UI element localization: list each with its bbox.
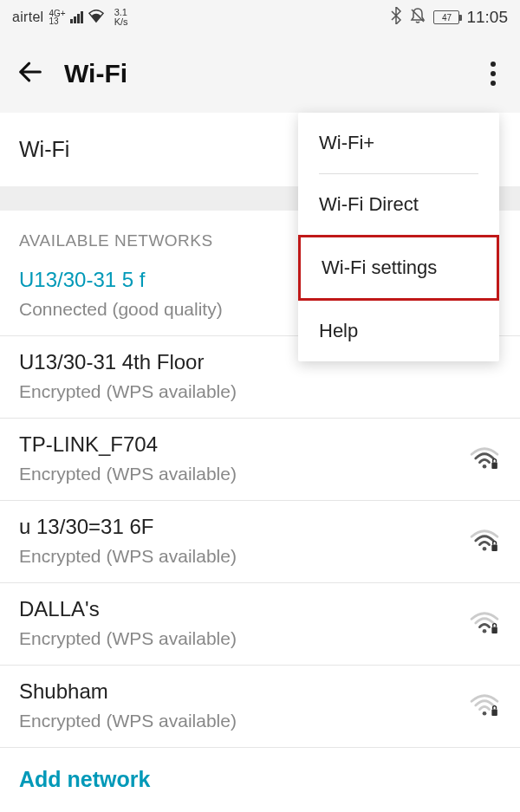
signal-indicator <box>470 693 501 718</box>
wifi-toggle-label: Wi-Fi <box>19 137 69 161</box>
menu-item-wi-fi-direct[interactable]: Wi-Fi Direct <box>298 174 499 235</box>
menu-item-wi-fi-settings[interactable]: Wi-Fi settings <box>298 235 499 301</box>
network-name: DALLA's <box>19 597 237 621</box>
network-name: Shubham <box>19 679 237 704</box>
wifi-signal-icon <box>470 693 499 716</box>
add-network-button[interactable]: Add network <box>0 748 520 811</box>
menu-item-help[interactable]: Help <box>298 301 499 361</box>
menu-item-wi-fi-[interactable]: Wi-Fi+ <box>298 113 499 173</box>
dnd-icon <box>409 7 426 28</box>
svg-point-7 <box>483 711 487 716</box>
network-speed: 3.1K/s <box>114 8 128 27</box>
network-subtitle: Encrypted (WPS available) <box>19 711 237 731</box>
status-right: 47 11:05 <box>390 7 508 28</box>
svg-rect-4 <box>491 545 497 551</box>
status-left: airtel 4G+13 3.1K/s <box>12 8 128 27</box>
battery-icon: 47 <box>433 10 459 24</box>
clock: 11:05 <box>466 8 508 27</box>
overflow-menu-button[interactable] <box>487 55 499 93</box>
wifi-signal-icon <box>470 529 499 551</box>
network-subtitle: Encrypted (WPS available) <box>19 546 237 567</box>
svg-point-1 <box>483 464 487 469</box>
carrier-label: airtel <box>12 10 43 25</box>
svg-point-5 <box>483 629 487 633</box>
page-title: Wi-Fi <box>64 59 127 88</box>
wifi-status-icon <box>87 8 106 27</box>
back-button[interactable] <box>16 57 45 90</box>
svg-rect-6 <box>491 627 497 633</box>
signal-bars-icon <box>70 11 83 23</box>
network-badge: 4G+13 <box>49 10 65 25</box>
svg-rect-2 <box>491 463 497 469</box>
network-item[interactable]: u 13/30=31 6F Encrypted (WPS available) <box>0 501 520 583</box>
bluetooth-icon <box>390 7 402 28</box>
signal-indicator <box>470 529 501 553</box>
wifi-signal-icon <box>470 446 499 469</box>
network-subtitle: Connected (good quality) <box>19 299 223 320</box>
network-subtitle: Encrypted (WPS available) <box>19 628 237 649</box>
network-item[interactable]: TP-LINK_F704 Encrypted (WPS available) <box>0 419 520 501</box>
network-item[interactable]: Shubham Encrypted (WPS available) <box>0 666 520 748</box>
network-subtitle: Encrypted (WPS available) <box>19 464 237 484</box>
network-name: U13/30-31 5 f <box>19 268 223 292</box>
overflow-menu: Wi-Fi+Wi-Fi DirectWi-Fi settingsHelp <box>298 113 499 361</box>
wifi-signal-icon <box>470 611 499 633</box>
status-bar: airtel 4G+13 3.1K/s 47 11:05 <box>0 0 520 35</box>
network-name: U13/30-31 4th Floor <box>19 350 237 374</box>
svg-point-3 <box>483 547 487 551</box>
svg-rect-8 <box>491 710 497 716</box>
signal-indicator <box>470 446 501 471</box>
signal-indicator <box>470 611 501 635</box>
network-item[interactable]: DALLA's Encrypted (WPS available) <box>0 583 520 666</box>
network-name: TP-LINK_F704 <box>19 432 237 457</box>
network-name: u 13/30=31 6F <box>19 515 237 539</box>
network-subtitle: Encrypted (WPS available) <box>19 381 237 402</box>
header-bar: Wi-Fi <box>0 35 520 113</box>
